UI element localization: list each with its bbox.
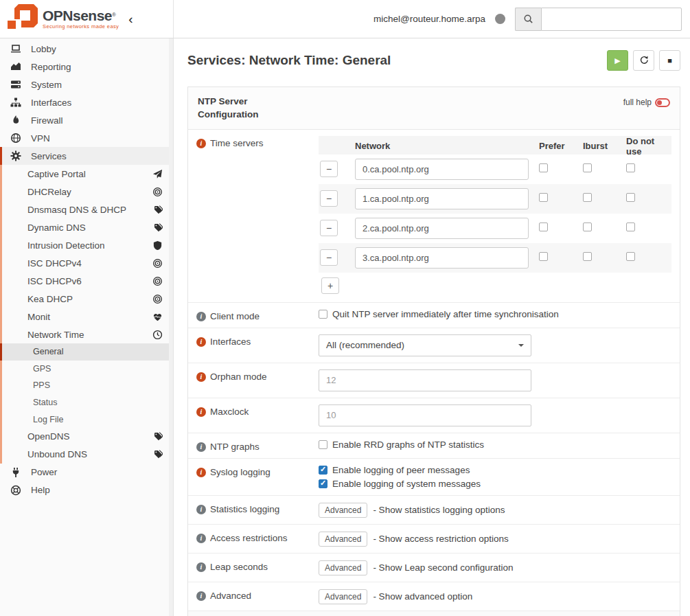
ntp-graphs-checkbox[interactable]: [319, 440, 327, 449]
prefer-checkbox[interactable]: [539, 163, 548, 172]
orphan-mode-input[interactable]: [319, 369, 531, 391]
remove-server-button[interactable]: −: [320, 161, 338, 177]
access-advanced-button[interactable]: Advanced: [319, 532, 367, 547]
sidebar-item-network-time-gps[interactable]: GPS: [0, 361, 173, 378]
do-not-use-checkbox[interactable]: [626, 252, 635, 261]
advanced-advanced-button[interactable]: Advanced: [319, 589, 367, 604]
maxclock-input[interactable]: [319, 404, 531, 426]
row-time-servers: iTime servers Network Prefer Iburst Do n…: [188, 130, 680, 303]
info-icon[interactable]: i: [196, 442, 206, 452]
info-icon[interactable]: i: [196, 505, 206, 514]
do-not-use-checkbox[interactable]: [626, 163, 635, 172]
sidebar-item-firewall[interactable]: Firewall: [0, 111, 173, 129]
sidebar-item-isc-dhcpv4[interactable]: ISC DHCPv4: [0, 254, 173, 272]
sidebar-item-network-time-pps[interactable]: PPS: [0, 377, 173, 394]
sidebar-item-network-time-logfile[interactable]: Log File: [0, 411, 173, 428]
server-host-input[interactable]: [355, 247, 529, 269]
full-help-toggle[interactable]: full help: [623, 98, 670, 107]
sidebar-item-lobby[interactable]: Lobby: [0, 40, 173, 58]
sidebar-item-dnsmasq[interactable]: Dnsmasq DNS & DHCP: [0, 201, 173, 218]
sidebar-item-label: Reporting: [31, 62, 71, 72]
iburst-checkbox[interactable]: [583, 252, 592, 261]
iburst-checkbox[interactable]: [583, 163, 592, 172]
sidebar-item-network-time[interactable]: Network Time: [0, 326, 173, 343]
search-icon[interactable]: [515, 8, 541, 31]
server-host-input[interactable]: [355, 159, 529, 180]
sidebar-item-label: System: [31, 80, 62, 90]
advanced-hint-text: - Show access restriction options: [373, 534, 508, 544]
heartbeat-icon: [152, 312, 163, 322]
service-stop-button[interactable]: ■: [659, 50, 680, 71]
syslog-system-checkbox[interactable]: [319, 479, 327, 488]
prefer-checkbox[interactable]: [539, 252, 548, 261]
iburst-checkbox[interactable]: [583, 193, 592, 202]
sub-item-label: Unbound DNS: [27, 449, 87, 459]
sidebar-item-isc-dhcpv6[interactable]: ISC DHCPv6: [0, 272, 173, 290]
selected-value: All (recommended): [326, 340, 404, 350]
client-mode-option: Quit NTP server immediately after time s…: [319, 309, 671, 319]
interfaces-select[interactable]: All (recommended): [319, 334, 531, 356]
sidebar-item-intrusion-detection[interactable]: Intrusion Detection: [0, 236, 173, 254]
info-icon[interactable]: i: [196, 407, 206, 417]
sidebar-item-reporting[interactable]: Reporting: [0, 58, 173, 76]
sidebar-item-interfaces[interactable]: Interfaces: [0, 93, 173, 111]
server-host-input[interactable]: [355, 188, 529, 209]
remove-server-button[interactable]: −: [320, 190, 338, 207]
remove-server-button[interactable]: −: [320, 249, 338, 266]
do-not-use-checkbox[interactable]: [626, 223, 635, 231]
sidebar-item-captive-portal[interactable]: Captive Portal: [0, 165, 173, 183]
sidebar-collapse-icon[interactable]: ‹: [128, 12, 133, 27]
service-start-button[interactable]: ▶: [607, 50, 628, 71]
sub-item-label: Captive Portal: [27, 169, 86, 179]
search-input[interactable]: [541, 8, 682, 31]
sidebar-item-dynamic-dns[interactable]: Dynamic DNS: [0, 218, 173, 236]
service-restart-button[interactable]: [633, 50, 654, 71]
statistics-advanced-button[interactable]: Advanced: [319, 503, 367, 518]
sidebar-item-dhcrelay[interactable]: DHCRelay: [0, 183, 173, 201]
vpn-icon: [10, 133, 22, 144]
field-label-text: Interfaces: [210, 336, 251, 347]
info-icon[interactable]: i: [196, 372, 206, 382]
ntp-config-panel: NTP Server Configuration full help iTime…: [187, 87, 680, 616]
iburst-checkbox[interactable]: [583, 223, 592, 231]
sidebar-item-kea-dhcp[interactable]: Kea DHCP: [0, 290, 173, 308]
sidebar-item-monit[interactable]: Monit: [0, 308, 173, 326]
sidebar-item-power[interactable]: Power: [0, 464, 173, 481]
sidebar-item-help[interactable]: Help: [0, 481, 173, 499]
do-not-use-checkbox[interactable]: [626, 193, 635, 202]
sidebar-item-network-time-status[interactable]: Status: [0, 394, 173, 411]
table-row: −: [319, 155, 671, 184]
sidebar-item-opendns[interactable]: OpenDNS: [0, 428, 173, 446]
server-host-input[interactable]: [355, 218, 529, 239]
info-icon[interactable]: i: [196, 591, 206, 601]
info-icon[interactable]: i: [196, 337, 206, 347]
info-icon[interactable]: i: [196, 468, 206, 477]
field-label: iTime servers: [196, 136, 319, 148]
panel-title: NTP Server Configuration: [198, 95, 284, 122]
remove-server-button[interactable]: −: [320, 220, 338, 236]
sidebar-item-system[interactable]: System: [0, 76, 173, 93]
clock-icon: [152, 330, 163, 340]
sidebar-item-services[interactable]: Services: [0, 147, 173, 165]
bullseye-icon: [152, 276, 163, 286]
sub-item-label: ISC DHCPv4: [27, 258, 82, 269]
client-mode-checkbox[interactable]: [319, 310, 327, 319]
sidebar-item-vpn[interactable]: VPN: [0, 129, 173, 147]
sidebar-item-network-time-general[interactable]: General: [0, 343, 173, 361]
info-icon[interactable]: i: [196, 139, 206, 148]
sidebar-item-unbound-dns[interactable]: Unbound DNS: [0, 446, 173, 464]
leap-advanced-button[interactable]: Advanced: [319, 560, 367, 575]
prefer-checkbox[interactable]: [539, 193, 548, 202]
sub-item-label: Network Time: [27, 330, 84, 340]
info-icon[interactable]: i: [196, 562, 206, 572]
info-icon[interactable]: i: [196, 534, 206, 543]
prefer-checkbox[interactable]: [539, 223, 548, 231]
syslog-peer-checkbox[interactable]: [319, 466, 327, 475]
sidebar-scrollbar[interactable]: [169, 38, 173, 616]
page-header: Services: Network Time: General ▶ ■: [174, 38, 690, 82]
bullseye-icon: [152, 258, 163, 269]
page-title: Services: Network Time: General: [187, 53, 391, 68]
info-icon[interactable]: i: [196, 312, 206, 321]
add-server-button[interactable]: +: [321, 277, 339, 294]
main-content: Services: Network Time: General ▶ ■ NTP …: [174, 38, 690, 616]
